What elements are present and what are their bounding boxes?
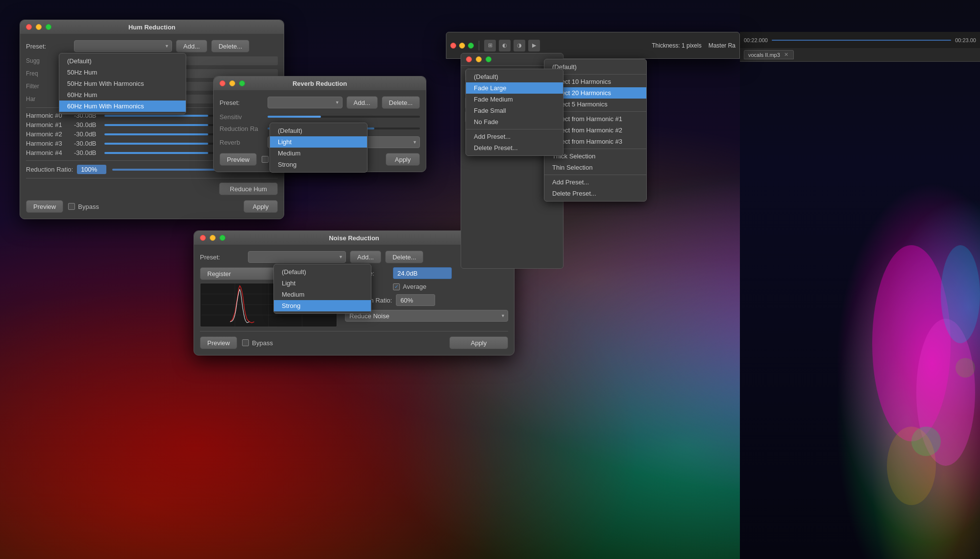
reverb-type-label: Reverb [220,139,264,146]
tl-red[interactable] [450,43,456,49]
noise-average-label: Average [403,283,426,290]
close-tab-icon[interactable]: ✕ [784,51,788,58]
reverb-preset-default[interactable]: (Default) [270,125,367,136]
hum-harmonic-1-value: -30.0dB [74,121,97,128]
fade-menu-add[interactable]: Add Preset... [466,131,563,142]
hum-tl-yellow[interactable] [36,24,42,30]
noise-add-btn[interactable]: Add... [350,251,381,263]
fade-tl-red[interactable] [466,56,472,62]
noise-preset-strong[interactable]: Strong [274,300,371,311]
hum-titlebar: Hum Reduction [20,20,284,34]
fade-menu-item-large[interactable]: Fade Large [466,82,563,94]
noise-bypass-checkbox[interactable] [242,339,249,346]
noise-tl-yellow[interactable] [210,235,216,241]
hum-preset-60hz[interactable]: 60Hz Hum [59,89,186,101]
fade-menu-item-none[interactable]: No Fade [466,116,563,127]
reverb-sensitivity-track [268,116,420,118]
hum-bypass-checkbox[interactable] [68,203,75,210]
reverb-title: Reverb Reduction [293,80,347,87]
noise-preset-medium[interactable]: Medium [274,289,371,300]
noise-apply-btn[interactable]: Apply [449,336,508,349]
harmonics-menu-item-delete[interactable]: Delete Preset... [544,188,646,199]
svg-point-4 [956,358,975,378]
reverb-tl-green[interactable] [239,80,245,86]
hum-delete-btn[interactable]: Delete... [211,40,249,52]
tl-yellow[interactable] [459,43,465,49]
noise-preset-light[interactable]: Light [274,278,371,289]
spectral-view [740,0,980,559]
noise-preset-default[interactable]: (Default) [274,266,371,278]
fade-menu-delete[interactable]: Delete Preset... [466,142,563,153]
reverb-tl-red[interactable] [220,80,225,86]
hum-add-btn[interactable]: Add... [176,40,207,52]
reverb-sensitivity-row: Sensitiv [220,113,420,121]
noise-tl-red[interactable] [200,235,206,241]
noise-reduction-ratio-field[interactable]: 60% [396,294,435,306]
reverb-preset-light[interactable]: Light [270,136,367,148]
noise-preview-btn[interactable]: Preview [200,336,237,349]
reverb-apply-btn[interactable]: Apply [386,153,420,166]
hum-harmonic-3-value: -30.0dB [74,140,97,147]
timeline-track[interactable] [772,40,951,41]
hum-harmonic-4-label: Harmonic #4 [26,149,70,156]
reverb-titlebar: Reverb Reduction [214,76,426,90]
hum-preset-default[interactable]: (Default) [59,55,186,67]
reverb-delete-btn[interactable]: Delete... [382,96,420,109]
reverb-preset-strong[interactable]: Strong [270,159,367,170]
hum-h2-fill [104,133,209,135]
reverb-preset-row: Preset: Add... Delete... [220,96,420,109]
fade-tl-yellow[interactable] [476,56,482,62]
toolbar-icon-1[interactable]: ⊞ [484,40,496,51]
reverb-bypass-checkbox[interactable] [262,156,269,163]
toolbar-icon-4[interactable]: ▶ [528,40,540,51]
hum-tl-green[interactable] [46,24,51,30]
noise-tl-green[interactable] [220,235,225,241]
fade-menu-item-default[interactable]: (Default) [466,71,563,82]
hum-h4-fill [104,152,209,154]
harmonics-menu-item-thin[interactable]: Thin Selection [544,162,646,173]
toolbar-icon-3[interactable]: ◑ [514,40,525,51]
hum-title: Hum Reduction [128,24,175,31]
fade-tl-green[interactable] [486,56,491,62]
hum-preset-50hz[interactable]: 50Hz Hum [59,67,186,78]
hum-harmonic-4-value: -30.0dB [74,149,97,156]
file-tab-label: vocals II.mp3 [748,52,780,58]
noise-preset-label: Preset: [200,254,244,261]
spectral-file-tab[interactable]: vocals II.mp3 ✕ [744,50,794,59]
noise-sep [200,331,508,331]
hum-preset-60hz-harmonics[interactable]: 60Hz Hum With Harmonics [59,101,186,112]
reverb-preset-medium[interactable]: Medium [270,148,367,159]
hum-bottom-row: Preview Bypass Apply [26,200,278,213]
tl-green[interactable] [468,43,474,49]
hum-harmonic-2-value: -30.0dB [74,130,97,138]
reverb-sensitivity-slider[interactable] [268,113,420,121]
divider [479,41,479,51]
noise-bypass-row: Bypass [242,339,273,347]
fade-menu-item-small[interactable]: Fade Small [466,105,563,116]
fade-menu-item-medium[interactable]: Fade Medium [466,94,563,105]
hum-reduce-btn[interactable]: Reduce Hum [219,182,278,195]
noise-preset-select[interactable] [248,251,346,263]
hum-preview-btn[interactable]: Preview [26,200,63,213]
reverb-add-btn[interactable]: Add... [346,96,378,109]
reverb-tl-yellow[interactable] [229,80,235,86]
noise-average-checkbox[interactable] [393,283,400,290]
noise-bypass-label: Bypass [252,339,273,347]
harmonics-separator-4 [544,175,646,175]
hum-apply-btn[interactable]: Apply [244,200,278,213]
hum-preset-select[interactable] [74,40,172,52]
fade-separator [466,129,563,129]
noise-bottom-row: Preview Bypass Apply [200,336,508,349]
noise-delete-btn[interactable]: Delete... [385,251,423,263]
hum-preset-menu: (Default) 50Hz Hum 50Hz Hum With Harmoni… [59,53,186,114]
harmonics-menu-item-add[interactable]: Add Preset... [544,177,646,188]
hum-preset-50hz-harmonics[interactable]: 50Hz Hum With Harmonics [59,78,186,89]
spectral-file-tab-bar: vocals II.mp3 ✕ [740,48,980,62]
reverb-preset-select[interactable] [268,97,343,108]
noise-tolerance-field[interactable]: 24.0dB [393,267,452,279]
noise-average-check-row: Average [393,283,426,290]
toolbar-icon-2[interactable]: ◐ [499,40,511,51]
hum-reduction-value: 100% [77,165,106,174]
reverb-preview-btn[interactable]: Preview [220,153,257,166]
hum-tl-red[interactable] [26,24,32,30]
